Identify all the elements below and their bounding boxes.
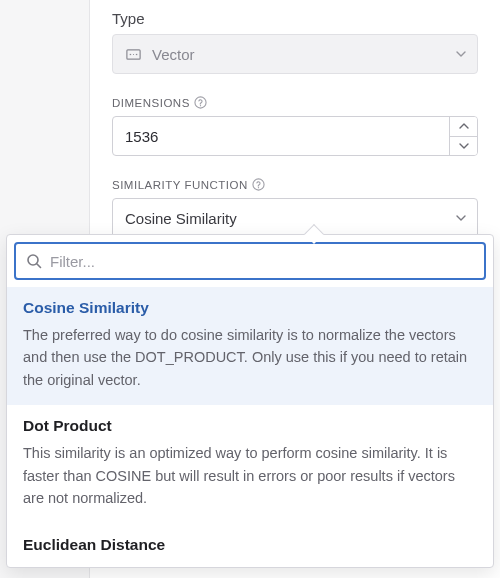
option-desc: The preferred way to do cosine similarit… [23,324,477,391]
filter-input[interactable] [50,253,474,270]
help-icon[interactable] [194,96,207,109]
field-group-dimensions: DIMENSIONS [112,96,478,156]
similarity-select[interactable]: Cosine Similarity [112,198,478,238]
chevron-down-icon [455,210,467,227]
filter-box[interactable] [14,242,486,280]
filter-wrap [7,235,493,287]
search-icon [26,253,42,269]
field-group-similarity: SIMILARITY FUNCTION Cosine Similarity [112,178,478,238]
similarity-dropdown: Cosine Similarity The preferred way to d… [6,234,494,568]
option-title: Dot Product [23,417,477,435]
chevron-down-icon [455,46,467,63]
option-dot-product[interactable]: Dot Product This similarity is an optimi… [7,405,493,523]
type-label: Type [112,10,478,27]
type-value: Vector [152,46,195,63]
dimensions-stepper [112,116,478,156]
option-title: Cosine Similarity [23,299,477,317]
option-title: Euclidean Distance [23,536,477,554]
type-select[interactable]: Vector [112,34,478,74]
option-euclidean-distance[interactable]: Euclidean Distance [7,524,493,567]
step-down-button[interactable] [450,137,477,156]
svg-point-4 [195,97,206,108]
dimensions-input[interactable] [113,117,449,155]
similarity-value: Cosine Similarity [125,210,237,227]
svg-point-5 [200,105,201,106]
svg-line-9 [37,264,41,268]
help-icon[interactable] [252,178,265,191]
stepper-buttons [449,117,477,155]
svg-point-7 [258,187,259,188]
vector-icon [125,46,142,63]
step-up-button[interactable] [450,117,477,137]
option-desc: This similarity is an optimized way to p… [23,442,477,509]
option-cosine-similarity[interactable]: Cosine Similarity The preferred way to d… [7,287,493,405]
field-form: Type Vector DIMENSIONS [90,0,500,260]
similarity-label: SIMILARITY FUNCTION [112,178,478,191]
svg-point-2 [133,53,134,54]
svg-point-6 [253,179,264,190]
field-group-type: Type Vector [112,10,478,74]
dimensions-label: DIMENSIONS [112,96,478,109]
